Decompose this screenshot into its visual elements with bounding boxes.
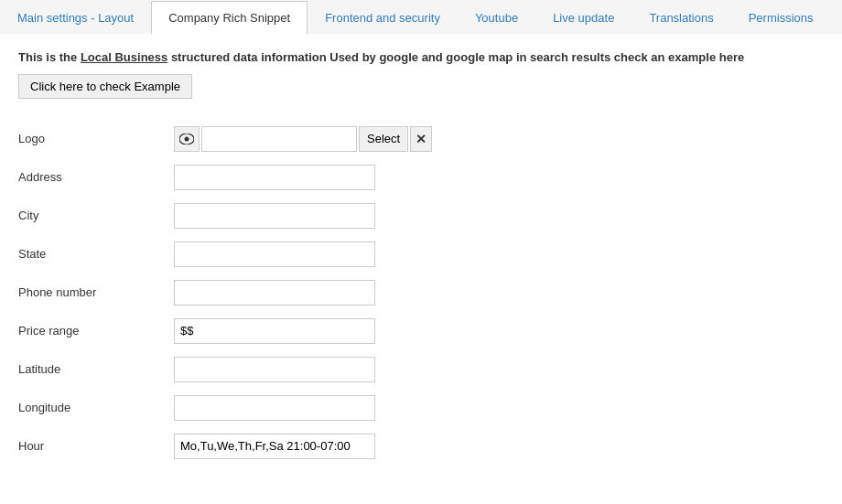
eye-icon-button[interactable] [174, 126, 200, 152]
logo-select-button[interactable]: Select [359, 126, 408, 152]
tab-live-update[interactable]: Live update [535, 1, 632, 34]
form-row-hour: Hour [18, 434, 824, 459]
label-state: State [18, 247, 174, 261]
input-address[interactable] [174, 165, 375, 190]
form-row-address: Address [18, 165, 824, 190]
tab-frontend-security[interactable]: Frontend and security [308, 1, 458, 34]
form-row-city: City [18, 203, 824, 229]
label-longitude: Longitude [18, 401, 174, 414]
tab-company-rich-snippet[interactable]: Company Rich Snippet [151, 1, 308, 34]
form-row-price-range: Price range [18, 318, 824, 344]
tabs-bar: Main settings - LayoutCompany Rich Snipp… [0, 0, 842, 34]
label-address: Address [18, 170, 174, 184]
input-city[interactable] [174, 203, 375, 229]
label-logo: Logo [18, 132, 174, 145]
input-hour[interactable] [174, 434, 375, 459]
input-price-range[interactable] [174, 318, 375, 344]
local-business-underline: Local Business [81, 50, 167, 64]
form-row-longitude: Longitude [18, 395, 824, 421]
check-example-button[interactable]: Click here to check Example [18, 74, 192, 99]
input-phone-number[interactable] [174, 280, 375, 306]
label-price-range: Price range [18, 324, 174, 338]
form-row-phone-number: Phone number [18, 280, 824, 306]
form-row-state: State [18, 241, 824, 267]
label-hour: Hour [18, 439, 174, 453]
label-phone-number: Phone number [18, 285, 174, 299]
content-area: This is the Local Business structured da… [0, 34, 842, 487]
form-row-latitude: Latitude [18, 357, 824, 382]
input-longitude[interactable] [174, 395, 375, 421]
label-city: City [18, 209, 174, 222]
form-section: LogoSelect✕AddressCityStatePhone numberP… [18, 126, 824, 459]
input-latitude[interactable] [174, 357, 375, 382]
tab-main-settings[interactable]: Main settings - Layout [0, 1, 151, 34]
svg-point-1 [185, 136, 189, 141]
form-row-logo: LogoSelect✕ [18, 126, 824, 152]
input-state[interactable] [174, 241, 375, 267]
tab-versions[interactable]: Versions [831, 1, 843, 34]
logo-text-input[interactable] [201, 126, 357, 152]
info-bold: This is the Local Business structured da… [18, 50, 744, 64]
tab-permissions[interactable]: Permissions [731, 1, 831, 34]
logo-input-group: Select✕ [174, 126, 432, 152]
label-latitude: Latitude [18, 362, 174, 376]
tab-youtube[interactable]: Youtube [458, 1, 535, 34]
info-text: This is the Local Business structured da… [18, 48, 824, 67]
tab-translations[interactable]: Translations [632, 1, 730, 34]
logo-close-button[interactable]: ✕ [410, 126, 432, 152]
